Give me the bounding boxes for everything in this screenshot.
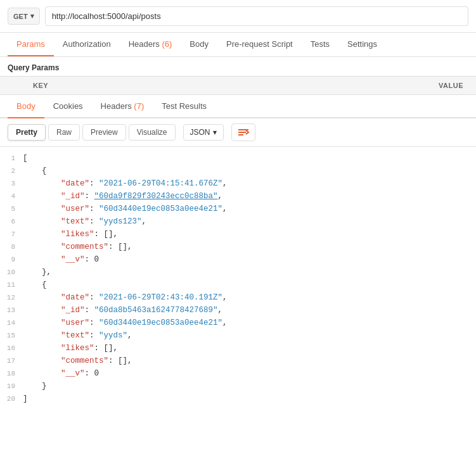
code-line: 7 "likes": [], [0, 228, 476, 241]
code-area: 1 [ 2 { 3 "date": "2021-06-29T04:15:41.6… [0, 147, 476, 410]
code-line: 20 ] [0, 393, 476, 405]
json-chevron: ▾ [213, 128, 217, 137]
response-tab-cookies[interactable]: Cookies [44, 95, 92, 118]
response-tab-testresults[interactable]: Test Results [153, 95, 215, 118]
method-chevron: ▾ [30, 12, 34, 20]
code-line: 10 }, [0, 266, 476, 279]
url-bar: GET ▾ [0, 0, 476, 33]
tab-params[interactable]: Params [8, 33, 54, 56]
tab-settings[interactable]: Settings [338, 33, 386, 56]
method-label: GET [13, 13, 28, 20]
request-tabs: Params Authorization Headers (6) Body Pr… [0, 33, 476, 57]
code-line: 19 } [0, 380, 476, 393]
code-line: 12 "date": "2021-06-29T02:43:40.191Z", [0, 291, 476, 304]
code-line: 5 "user": "60d3440e19ec0853a0ee4e21", [0, 203, 476, 215]
code-line: 18 "__v": 0 [0, 367, 476, 380]
code-line: 14 "user": "60d3440e19ec0853a0ee4e21", [0, 317, 476, 329]
code-line: 8 "comments": [], [0, 241, 476, 253]
response-tabs: Body Cookies Headers (7) Test Results [0, 95, 476, 118]
code-line: 11 { [0, 279, 476, 291]
tab-authorization[interactable]: Authorization [54, 33, 120, 56]
code-line: 17 "comments": [], [0, 355, 476, 367]
key-col-header: KEY [25, 77, 207, 95]
params-table: KEY VALUE [0, 76, 476, 95]
code-line: 3 "date": "2021-06-29T04:15:41.676Z", [0, 177, 476, 190]
tab-headers[interactable]: Headers (6) [120, 33, 181, 56]
tab-tests[interactable]: Tests [302, 33, 338, 56]
code-line: 1 [ [0, 152, 476, 165]
tab-prerequest[interactable]: Pre-request Script [217, 33, 302, 56]
pretty-button[interactable]: Pretty [8, 124, 46, 141]
preview-button[interactable]: Preview [82, 124, 126, 141]
code-line: 16 "likes": [], [0, 342, 476, 355]
raw-button[interactable]: Raw [48, 124, 80, 141]
response-tab-body[interactable]: Body [8, 95, 44, 118]
json-label: JSON [190, 128, 210, 137]
json-format-select[interactable]: JSON ▾ [183, 124, 224, 141]
tab-body[interactable]: Body [181, 33, 217, 56]
query-params-label: Query Params [0, 57, 476, 76]
format-bar: Pretty Raw Preview Visualize JSON ▾ [0, 118, 476, 147]
url-input[interactable] [45, 6, 468, 26]
code-line: 9 "__v": 0 [0, 253, 476, 266]
wrap-button[interactable] [231, 123, 255, 141]
wrap-icon [237, 127, 250, 137]
code-line: 2 { [0, 165, 476, 177]
method-select[interactable]: GET ▾ [8, 8, 40, 25]
code-line: 6 "text": "yyds123", [0, 215, 476, 228]
value-col-header: VALUE [207, 77, 476, 95]
visualize-button[interactable]: Visualize [129, 124, 176, 141]
response-tab-headers[interactable]: Headers (7) [92, 95, 153, 118]
code-line: 4 "_id": "60da9f829f30243ecc0c88ba", [0, 190, 476, 203]
code-line: 15 "text": "yyds", [0, 329, 476, 342]
headers-badge: (6) [162, 39, 172, 49]
response-headers-badge: (7) [134, 101, 144, 111]
code-line: 13 "_id": "60da8b5463a1624778427689", [0, 304, 476, 317]
checkbox-col [0, 77, 25, 95]
